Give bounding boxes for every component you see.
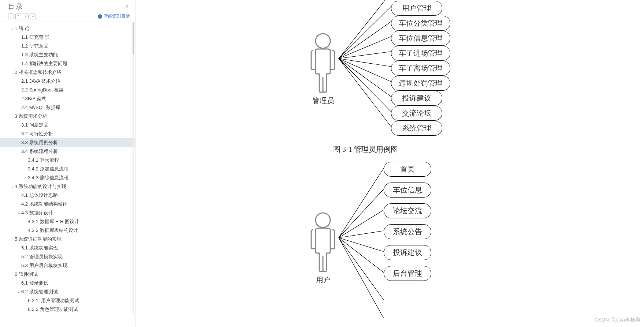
- tree-item[interactable]: ⌄4 系统功能的设计与实现: [0, 182, 135, 191]
- diagram-caption: 图 3-1 管理员用例图: [333, 144, 398, 154]
- svg-line-10: [339, 168, 384, 238]
- actor-admin: 管理员: [308, 33, 339, 106]
- tree-item[interactable]: 3.4.3 删除信息流程: [0, 173, 135, 182]
- svg-line-9: [339, 0, 391, 59]
- caret-icon[interactable]: ⌄: [17, 290, 21, 294]
- tree-item-label: 5.1 系统功能实现: [21, 245, 58, 251]
- remove-icon[interactable]: −: [30, 14, 36, 19]
- caret-icon[interactable]: ⌄: [10, 272, 15, 276]
- svg-line-7: [339, 59, 391, 112]
- connector-lines: [157, 0, 560, 327]
- svg-line-4: [339, 59, 391, 67]
- tree-item[interactable]: 4.3.1 数据库 E-R 图设计: [0, 217, 135, 226]
- usecase-bubble: 违规处罚管理: [391, 76, 450, 91]
- usecase-bubble: 车位信息管理: [391, 31, 450, 46]
- document-content: 管理员 用户管理车位分类管理车位信息管理车子进场管理车子离场管理违规处罚管理投诉…: [157, 0, 644, 327]
- svg-line-6: [339, 59, 391, 97]
- tree-item[interactable]: 6.2.2 角色管理功能测试: [0, 305, 135, 314]
- watermark: CSDN @java李杨勇: [595, 317, 640, 323]
- tree-item-label: 6.1 登录测试: [21, 280, 48, 286]
- tree-item-label: 3.4.3 删除信息流程: [28, 174, 68, 181]
- usecase-bubble: 后台管理: [384, 266, 431, 281]
- actor-user: 用户: [308, 212, 339, 285]
- tree-item[interactable]: ⌄2 相关概念和技术介绍: [0, 68, 135, 77]
- tree-item-label: 2.3B/S 架构: [21, 95, 46, 102]
- ai-recognize-link[interactable]: 智能识别目录: [98, 13, 130, 19]
- usecase-bubble: 投诉建议: [384, 245, 431, 260]
- tree-item-label: 6.2 系统管理测试: [21, 289, 58, 295]
- svg-point-18: [316, 34, 330, 48]
- tree-item-label: 1.3 系统主要功能: [21, 52, 58, 58]
- collapse-all-icon[interactable]: ⌃: [15, 14, 21, 19]
- tree-item[interactable]: ⌄5 系统详细功能的实现: [0, 235, 135, 244]
- tree-item[interactable]: 6.2.1. 用户管理功能测试: [0, 296, 135, 305]
- tree-item[interactable]: 4.1 总体设计思路: [0, 191, 135, 200]
- tree-item-label: 5 系统详细功能的实现: [15, 236, 62, 243]
- sidebar-title: 目录: [8, 2, 24, 11]
- caret-icon[interactable]: ⌄: [10, 185, 15, 188]
- tree-item-label: 2.2 SpringBoot 框架: [21, 87, 64, 93]
- tree-item[interactable]: 2.4 MySQL 数据库: [0, 103, 135, 112]
- tree-item[interactable]: ⌄4.3 数据库设计: [0, 208, 135, 217]
- tree-item[interactable]: ⌄3.4 系统流程分析: [0, 147, 135, 156]
- scrollbar-thumb[interactable]: [133, 22, 134, 55]
- tree-item[interactable]: 4.3.2 数据库表结构设计: [0, 226, 135, 235]
- tree-item-label: 2.4 MySQL 数据库: [21, 104, 60, 111]
- caret-icon[interactable]: ⌄: [10, 27, 15, 30]
- usecase-bubble: 系统公告: [384, 224, 431, 239]
- caret-icon[interactable]: ⌄: [10, 237, 15, 241]
- toolbar-icons: ⌄ ⌃ + −: [8, 14, 36, 19]
- tree-item-label: 4.3.2 数据库表结构设计: [28, 227, 78, 234]
- tree-item[interactable]: 5.2 管理员模块实现: [0, 252, 135, 261]
- tree-item-label: 3.3 系统用例分析: [21, 139, 58, 146]
- tree-item[interactable]: 4.2 系统功能结构设计: [0, 200, 135, 208]
- caret-icon[interactable]: ⌄: [17, 211, 21, 215]
- tree-item[interactable]: 2.2 SpringBoot 框架: [0, 86, 135, 94]
- tree-item-label: 6.2.1. 用户管理功能测试: [28, 297, 79, 304]
- scrollbar-track: [133, 22, 134, 315]
- close-icon[interactable]: ×: [123, 3, 131, 10]
- tree-item[interactable]: 3.1 问题定义: [0, 121, 135, 129]
- tree-item-label: 5.3 用户后台模块实现: [21, 262, 67, 269]
- svg-line-11: [339, 189, 384, 238]
- tree-item[interactable]: 1.3 系统主要功能: [0, 50, 135, 59]
- caret-icon[interactable]: ⌄: [17, 150, 21, 153]
- tree-item[interactable]: 5.3 用户后台模块实现: [0, 261, 135, 270]
- tree-item-label: 4 系统功能的设计与实现: [15, 183, 66, 190]
- tree-item-label: 1.1 研究背 景: [21, 34, 49, 41]
- add-icon[interactable]: +: [23, 14, 29, 19]
- tree-item[interactable]: 3.2 可行性分析: [0, 129, 135, 138]
- tree-item[interactable]: 5.1 系统功能实现: [0, 244, 135, 252]
- tree-item-label: 5.2 管理员模块实现: [21, 253, 63, 260]
- usecase-bubble: 系统管理: [391, 121, 442, 136]
- tree-item[interactable]: 3.3 系统用例分析: [0, 138, 135, 147]
- outline-tree[interactable]: ⌄1 绪 论1.1 研究背 景1.2 研究意义1.3 系统主要功能1.4 拟解决…: [0, 22, 135, 326]
- tree-item[interactable]: 1.1 研究背 景: [0, 33, 135, 42]
- tree-item[interactable]: 2.3B/S 架构: [0, 94, 135, 103]
- caret-icon[interactable]: ⌄: [10, 114, 15, 118]
- tree-item-label: 2.1 JAVA 技术介绍: [21, 78, 60, 84]
- tree-item[interactable]: ⌄3 系统需求分析: [0, 112, 135, 121]
- tree-item[interactable]: 3.4.2 添加信息流程: [0, 165, 135, 173]
- tree-item[interactable]: 6.1 登录测试: [0, 279, 135, 287]
- usecase-diagram-area: 管理员 用户管理车位分类管理车位信息管理车子进场管理车子离场管理违规处罚管理投诉…: [157, 0, 560, 327]
- expand-all-icon[interactable]: ⌄: [8, 14, 14, 19]
- tree-item[interactable]: 3.4.1 登录流程: [0, 156, 135, 165]
- tree-item[interactable]: 1.2 研究意义: [0, 42, 135, 50]
- tree-item[interactable]: 2.1 JAVA 技术介绍: [0, 77, 135, 86]
- svg-line-8: [339, 59, 391, 127]
- tree-item[interactable]: ⌄1 绪 论: [0, 24, 135, 33]
- caret-icon[interactable]: ⌄: [10, 71, 15, 74]
- tree-item[interactable]: ⌄6 软件测试: [0, 270, 135, 279]
- tree-item[interactable]: ⌄6.2 系统管理测试: [0, 287, 135, 296]
- tree-item-label: 6 软件测试: [15, 271, 38, 278]
- tree-item-label: 3.4 系统流程分析: [21, 148, 58, 155]
- tree-item-label: 4.3.1 数据库 E-R 图设计: [28, 218, 79, 225]
- sidebar-toolbar: ⌄ ⌃ + − 智能识别目录: [0, 12, 135, 22]
- ai-link-label: 智能识别目录: [104, 13, 130, 19]
- svg-line-17: [339, 238, 384, 318]
- tree-item[interactable]: 1.4 拟解决的主要问题: [0, 59, 135, 68]
- usecase-bubble: 首页: [384, 162, 431, 177]
- usecase-bubble: 用户管理: [391, 1, 442, 16]
- svg-line-15: [339, 238, 384, 272]
